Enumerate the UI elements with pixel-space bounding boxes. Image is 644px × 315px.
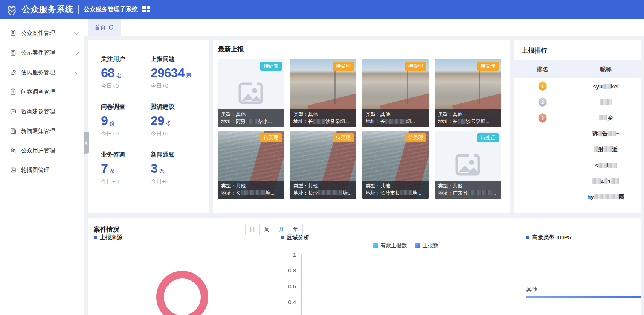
redacted-text (592, 178, 601, 184)
status-badge: 待处置 (260, 62, 282, 71)
status-badge: 待处置 (477, 133, 499, 142)
legend-item[interactable]: 上报数 (415, 242, 438, 249)
stat-unit: 条 (159, 168, 165, 175)
cases-title: 案件情况 (94, 225, 119, 234)
ranking-row[interactable]: 2 (514, 94, 641, 110)
sidebar-collapse-handle[interactable] (84, 132, 89, 154)
medal-icon: 5 (538, 145, 547, 154)
redacted-text (608, 131, 616, 136)
stat-block: 投诉建议 29 条 今日+0 (151, 103, 200, 137)
sidebar-item[interactable]: ? 问卷调查管理 (0, 82, 84, 102)
ranking-row[interactable]: 7 41 (514, 173, 641, 189)
sidebar-item[interactable]: 公示案件管理 (0, 43, 84, 62)
period-button[interactable]: 年 (288, 224, 303, 235)
users-icon (10, 147, 17, 154)
stat-unit: 份 (110, 120, 115, 127)
report-address: 广东省... (453, 190, 496, 196)
chevron-left-icon (85, 141, 89, 145)
report-address: 长塘... (380, 119, 415, 124)
report-card[interactable]: 待处置 类型：其他 地址：广东省... (435, 131, 501, 199)
nickname: si (571, 162, 641, 169)
stat-value: 3 (151, 161, 157, 176)
status-badge: 待受理 (260, 133, 282, 142)
sidebar-item[interactable]: 轮播图管理 (0, 160, 84, 180)
stat-block: 关注用户 68 名 今日+0 (101, 55, 151, 90)
stat-unit: 宗 (186, 72, 192, 79)
type-prefix: 类型： (438, 111, 453, 117)
stat-value: 7 (101, 161, 108, 176)
report-card[interactable]: 待受理 类型：其他 地址：长沙市长塘... (362, 131, 429, 199)
nickname: syukei (571, 83, 641, 90)
title-divider (78, 5, 79, 14)
addr-prefix: 地址： (438, 119, 453, 124)
period-button[interactable]: 日 (245, 224, 260, 235)
report-card[interactable]: 待处置 类型：其他 地址：阿勇柴小... (218, 59, 284, 127)
report-type: 其他 (236, 183, 246, 189)
report-card[interactable]: 待受理 类型：其他 地址：长沙县泉塘... (290, 59, 356, 127)
report-card[interactable]: 待受理 类型：其他 地址：长塘... (218, 131, 284, 199)
stat-label: 新闻通知 (151, 151, 200, 159)
top5-category-label: 其他 (526, 286, 537, 293)
type-prefix: 类型： (293, 111, 308, 117)
ranking-row[interactable]: 5 射近 (514, 142, 641, 157)
report-type: 其他 (308, 183, 318, 189)
stat-label: 问卷调查 (101, 103, 151, 111)
report-type: 其他 (308, 111, 318, 117)
period-button[interactable]: 周 (259, 224, 274, 235)
sidebar-item[interactable]: 咨询建议管理 (0, 102, 84, 121)
report-card-overlay: 类型：其他 地址：长塘... (362, 109, 429, 127)
sidebar-item[interactable]: 新闻通知管理 (0, 121, 84, 141)
redacted-text (600, 99, 612, 105)
sidebar-item-label: 便民服务管理 (21, 69, 74, 76)
redacted-text (467, 190, 492, 195)
hand-heart-icon (10, 69, 17, 76)
sidebar-item[interactable]: 公众案件管理 (0, 23, 84, 43)
report-card[interactable]: 待受理 类型：其他 地址：长塘... (362, 59, 429, 127)
stat-block: 业务咨询 7 条 今日+0 (101, 151, 151, 185)
stat-label: 业务咨询 (101, 151, 151, 159)
report-card[interactable]: 待受理 类型：其他 地址：长沙云泉塘... (435, 59, 501, 127)
redacted-text (611, 178, 619, 184)
ranking-row[interactable]: 3 乡 (514, 110, 641, 126)
ranking-row[interactable]: 1 syukei (514, 78, 641, 94)
refresh-icon[interactable] (108, 25, 114, 30)
ranking-row[interactable]: 6 si (514, 157, 641, 173)
bullet-icon (281, 236, 284, 239)
stat-delta: 今日+0 (101, 130, 151, 137)
y-tick-label: 0.6 (278, 283, 296, 299)
sidebar-item[interactable]: 便民服务管理 (0, 62, 84, 82)
stat-delta: 今日+0 (151, 178, 200, 185)
legend-item[interactable]: 有效上报数 (373, 242, 407, 249)
sidebar-item-label: 公众用户管理 (21, 147, 78, 154)
sidebar-item-label: 公众案件管理 (21, 30, 74, 37)
clipboard-pin-icon (10, 49, 17, 56)
redacted-text (313, 119, 325, 124)
period-button[interactable]: 月 (274, 224, 288, 235)
report-card-overlay: 类型：其他 地址：长沙云泉塘... (435, 109, 501, 127)
type-prefix: 类型： (366, 111, 380, 117)
redacted-text (246, 119, 258, 124)
nickname: hy圈 (571, 193, 641, 201)
ranking-panel: 上报排行 排名 昵称 1 syukei 2 3 (514, 40, 641, 213)
heart-hands-logo-icon (5, 3, 18, 16)
type-prefix: 类型： (438, 183, 453, 189)
redacted-text (318, 190, 343, 195)
report-address: 长塘... (236, 190, 275, 196)
chat-icon (10, 108, 17, 115)
y-tick-label: 1 (278, 251, 296, 267)
addr-prefix: 地址： (366, 119, 380, 124)
status-badge: 待受理 (405, 133, 426, 142)
sidebar-item[interactable]: 公众用户管理 (0, 141, 84, 160)
medal-icon: 1 (538, 81, 547, 91)
source-donut-chart (156, 271, 208, 315)
ranking-row[interactable]: 4 诉告~ (514, 126, 641, 142)
tab-home[interactable]: 首页 (88, 19, 121, 36)
stat-delta: 今日+0 (151, 130, 200, 137)
report-card[interactable]: 待受理 类型：其他 地址：长沙塘... (290, 131, 356, 199)
apps-grid-icon[interactable] (142, 6, 151, 13)
sidebar-item-label: 轮播图管理 (21, 167, 78, 174)
stats-panel: 关注用户 68 名 今日+0 上报问题 29634 宗 今日+0 问卷调查 (88, 40, 209, 213)
redacted-text (608, 163, 617, 168)
ranking-row[interactable]: 8 hy圈 (514, 189, 641, 205)
redacted-text (241, 190, 266, 195)
